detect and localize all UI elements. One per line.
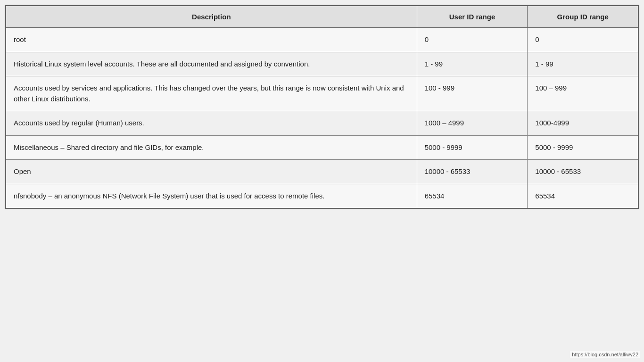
cell-user-id-range: 0 xyxy=(417,28,528,52)
cell-description: root xyxy=(6,28,417,52)
cell-description: Historical Linux system level accounts. … xyxy=(6,52,417,76)
cell-user-id-range: 1000 – 4999 xyxy=(417,111,528,136)
table-header-row: Description User ID range Group ID range xyxy=(6,6,638,28)
cell-user-id-range: 65534 xyxy=(417,184,528,208)
cell-description: nfsnobody – an anonymous NFS (Network Fi… xyxy=(6,184,417,208)
table-row: Miscellaneous – Shared directory and fil… xyxy=(6,135,638,160)
cell-user-id-range: 1 - 99 xyxy=(417,52,528,76)
cell-user-id-range: 10000 - 65533 xyxy=(417,160,528,184)
cell-group-id-range: 1000-4999 xyxy=(528,111,638,136)
main-table-container: Description User ID range Group ID range… xyxy=(5,5,639,209)
table-row: Historical Linux system level accounts. … xyxy=(6,52,638,76)
cell-group-id-range: 100 – 999 xyxy=(528,76,638,111)
table-row: root00 xyxy=(6,28,638,52)
watermark: https://blog.csdn.net/alliwy22 xyxy=(570,351,640,358)
table-row: Accounts used by regular (Human) users.1… xyxy=(6,111,638,136)
uid-gid-table: Description User ID range Group ID range… xyxy=(6,6,638,208)
cell-user-id-range: 5000 - 9999 xyxy=(417,135,528,160)
cell-group-id-range: 10000 - 65533 xyxy=(528,160,638,184)
cell-description: Accounts used by regular (Human) users. xyxy=(6,111,417,136)
cell-description: Open xyxy=(6,160,417,184)
cell-group-id-range: 1 - 99 xyxy=(528,52,638,76)
cell-group-id-range: 65534 xyxy=(528,184,638,208)
cell-user-id-range: 100 - 999 xyxy=(417,76,528,111)
table-row: Accounts used by services and applicatio… xyxy=(6,76,638,111)
col-header-user-id-range: User ID range xyxy=(417,6,528,28)
col-header-group-id-range: Group ID range xyxy=(528,6,638,28)
table-row: Open10000 - 6553310000 - 65533 xyxy=(6,160,638,184)
cell-description: Accounts used by services and applicatio… xyxy=(6,76,417,111)
table-row: nfsnobody – an anonymous NFS (Network Fi… xyxy=(6,184,638,208)
cell-group-id-range: 0 xyxy=(528,28,638,52)
cell-description: Miscellaneous – Shared directory and fil… xyxy=(6,135,417,160)
col-header-description: Description xyxy=(6,6,417,28)
cell-group-id-range: 5000 - 9999 xyxy=(528,135,638,160)
